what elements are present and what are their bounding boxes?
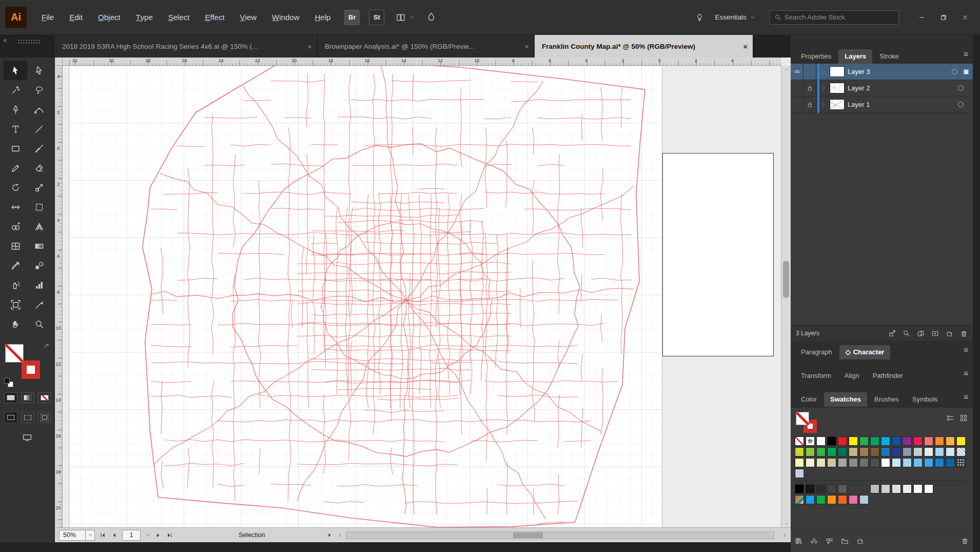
swatch[interactable] [816, 458, 826, 467]
swatch[interactable] [935, 447, 944, 456]
swatch[interactable] [903, 447, 912, 456]
menu-object[interactable]: Object [90, 0, 128, 34]
swatch[interactable] [903, 436, 912, 446]
panel-tab-pathfinder[interactable]: Pathfinder [867, 369, 909, 383]
shape-builder-tool[interactable] [4, 217, 27, 236]
swatch[interactable] [859, 447, 869, 456]
scroll-left-icon[interactable] [337, 532, 343, 538]
slice-tool[interactable] [27, 295, 51, 314]
swatch[interactable] [795, 495, 804, 504]
panel-tab-transform[interactable]: Transform [795, 369, 837, 383]
swatch[interactable] [870, 458, 879, 467]
panel-tab-symbols[interactable]: Symbols [906, 392, 944, 407]
zoom-dropdown-icon[interactable] [85, 530, 94, 540]
zoom-tool[interactable] [27, 314, 51, 334]
toolbar-grip[interactable] [17, 39, 41, 44]
layer-target-circle[interactable] [958, 102, 964, 107]
menu-edit[interactable]: Edit [62, 0, 90, 34]
draw-behind-button[interactable] [21, 412, 34, 423]
close-tab-icon[interactable]: × [307, 42, 312, 51]
swap-fill-stroke-icon[interactable] [44, 343, 50, 350]
bridge-button[interactable]: Br [344, 10, 360, 25]
layer-name[interactable]: Layer 3 [848, 68, 870, 75]
last-artboard-button[interactable] [166, 532, 173, 539]
arrange-documents-icon[interactable] [396, 12, 406, 23]
swatch[interactable] [806, 495, 815, 504]
swatch[interactable] [806, 447, 815, 456]
swatch[interactable] [892, 484, 901, 493]
draw-inside-button[interactable] [38, 412, 51, 423]
close-tab-icon[interactable]: × [743, 42, 748, 51]
swatch-kinds-icon[interactable] [826, 537, 833, 545]
type-tool[interactable] [4, 119, 27, 139]
swatch-libraries-icon[interactable] [795, 537, 802, 545]
swatch[interactable] [870, 447, 879, 456]
document-viewport[interactable] [63, 66, 781, 527]
scroll-up-icon[interactable] [781, 66, 791, 73]
visibility-toggle[interactable] [791, 97, 803, 113]
panel-tab-swatches[interactable]: Swatches [824, 392, 867, 407]
paintbrush-tool[interactable] [27, 139, 51, 158]
vertical-scrollbar-thumb[interactable] [783, 261, 789, 298]
swatch[interactable] [881, 447, 890, 456]
minimize-button[interactable] [912, 10, 932, 25]
default-fill-stroke-icon[interactable] [4, 378, 13, 387]
swatch[interactable] [913, 447, 923, 456]
swatch[interactable] [827, 436, 836, 446]
swatch[interactable] [838, 436, 847, 446]
swatch[interactable] [859, 495, 869, 504]
draw-normal-button[interactable] [4, 412, 17, 423]
screen-mode-button[interactable] [4, 432, 50, 443]
ruler-corner[interactable] [55, 58, 63, 66]
color-themes-icon[interactable] [810, 537, 818, 545]
panel-tab-character[interactable]: ◇Character [839, 345, 891, 359]
layer-row[interactable]: Layer 3 [791, 64, 973, 80]
selection-tool[interactable] [4, 61, 27, 80]
layer-thumbnail[interactable] [830, 99, 845, 110]
swatch[interactable] [816, 447, 826, 456]
mesh-tool[interactable] [4, 236, 27, 256]
artboard-number-field[interactable]: 1 [122, 530, 141, 541]
layer-target-circle[interactable] [958, 85, 964, 91]
panel-tab-paragraph[interactable]: Paragraph [795, 345, 838, 359]
swatch[interactable] [913, 436, 923, 446]
expand-layer-icon[interactable] [819, 85, 828, 91]
menu-help[interactable]: Help [307, 0, 338, 34]
swatch[interactable] [881, 484, 890, 493]
layer-row[interactable]: Layer 2 [791, 80, 973, 97]
swatch[interactable] [795, 469, 804, 478]
layer-name[interactable]: Layer 1 [848, 101, 870, 108]
expand-layer-icon[interactable] [819, 102, 828, 107]
menu-view[interactable]: View [232, 0, 265, 34]
new-layer-icon[interactable] [946, 330, 953, 337]
swatch[interactable] [806, 458, 815, 467]
document-tab-2[interactable]: Brownpaper Analysis.ai* @ 150% (RGB/Prev… [318, 35, 535, 58]
pencil-tool[interactable] [4, 158, 27, 178]
collect-export-icon[interactable] [888, 330, 896, 337]
swatch[interactable] [795, 458, 804, 467]
hand-tool[interactable] [4, 314, 27, 334]
panel-tab-brushes[interactable]: Brushes [868, 392, 905, 407]
pen-tool[interactable] [4, 100, 27, 119]
layer-thumbnail[interactable] [830, 83, 845, 93]
swatch[interactable] [838, 484, 847, 493]
blend-tool[interactable] [27, 256, 51, 275]
free-transform-tool[interactable] [27, 197, 51, 217]
new-color-group-icon[interactable] [841, 537, 849, 545]
zoom-level-select[interactable]: 50% [59, 530, 95, 541]
panel-tab-align[interactable]: Align [838, 369, 866, 383]
direct-selection-tool[interactable] [27, 61, 51, 80]
swatch[interactable] [924, 436, 933, 446]
swatch[interactable] [838, 495, 847, 504]
workspace-switcher[interactable]: Essentials [715, 13, 755, 21]
fill-color-swatch[interactable] [5, 344, 24, 363]
swatch[interactable] [924, 458, 933, 467]
menu-select[interactable]: Select [161, 0, 198, 34]
none-button[interactable] [38, 392, 51, 403]
search-input[interactable] [785, 13, 894, 21]
panel-tab-stroke[interactable]: Stroke [873, 49, 905, 64]
artboard-dropdown-icon[interactable] [145, 532, 150, 538]
swatch[interactable] [935, 436, 944, 446]
swatch[interactable] [827, 484, 836, 493]
previous-artboard-button[interactable] [111, 532, 117, 539]
